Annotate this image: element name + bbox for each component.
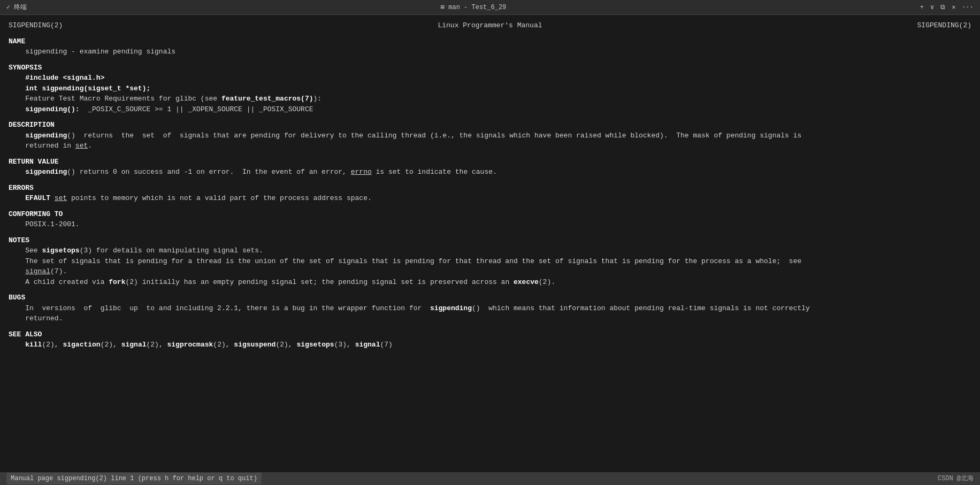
header-center: Linux Programmer's Manual xyxy=(438,20,542,31)
status-attribution: CSDN @北海 xyxy=(938,474,974,483)
synopsis-section: SYNOPSIS #include <signal.h> int sigpend… xyxy=(9,63,971,115)
man-page-header: SIGPENDING(2) Linux Programmer's Manual … xyxy=(9,20,971,31)
errors-section: ERRORS EFAULT set points to memory which… xyxy=(9,183,971,204)
notes-heading: NOTES xyxy=(9,235,971,246)
notes-content-2: The set of signals that is pending for a… xyxy=(9,256,971,277)
efault-content: EFAULT set points to memory which is not… xyxy=(9,193,971,204)
description-content: sigpending() returns the set of signals … xyxy=(9,130,971,151)
terminal-icon: ⊞ xyxy=(441,4,448,11)
function-line: int sigpending(sigset_t *set); xyxy=(9,83,971,94)
macro-line: sigpending(): _POSIX_C_SOURCE >= 1 || _X… xyxy=(9,104,971,115)
return-value-section: RETURN VALUE sigpending() returns 0 on s… xyxy=(9,157,971,178)
return-value-content: sigpending() returns 0 on success and -1… xyxy=(9,167,971,178)
app-label: ✓ 终端 xyxy=(6,3,27,12)
header-left: SIGPENDING(2) xyxy=(9,20,63,31)
status-bar: Manual page sigpending(2) line 1 (press … xyxy=(0,472,980,485)
conforming-heading: CONFORMING TO xyxy=(9,209,971,220)
name-heading: NAME xyxy=(9,36,971,47)
name-content: sigpending - examine pending signals xyxy=(9,47,971,57)
chevron-down-icon[interactable]: ∨ xyxy=(930,3,934,12)
more-options-icon[interactable]: ··· xyxy=(962,3,974,12)
include-line: #include <signal.h> xyxy=(9,73,971,83)
check-icon: ✓ xyxy=(6,4,14,11)
title-bar: ✓ 终端 ⊞ man - Test_6_29 + ∨ ⧉ ✕ ··· xyxy=(0,0,980,15)
notes-section: NOTES See sigsetops(3) for details on ma… xyxy=(9,235,971,288)
notes-content-3: A child created via fork(2) initially ha… xyxy=(9,277,971,288)
see-also-section: SEE ALSO kill(2), sigaction(2), signal(2… xyxy=(9,329,971,350)
close-button[interactable]: ✕ xyxy=(952,3,955,12)
see-also-content: kill(2), sigaction(2), signal(2), sigpro… xyxy=(9,340,971,350)
conforming-content: POSIX.1-2001. xyxy=(9,219,971,230)
header-right: SIGPENDING(2) xyxy=(917,20,971,31)
add-tab-button[interactable]: + xyxy=(920,3,924,12)
bugs-section: BUGS In versions of glibc up to and incl… xyxy=(9,292,971,324)
bugs-content: In versions of glibc up to and including… xyxy=(9,303,971,324)
feature-line: Feature Test Macro Requirements for glib… xyxy=(9,94,971,104)
synopsis-heading: SYNOPSIS xyxy=(9,63,971,73)
man-page-content: SIGPENDING(2) Linux Programmer's Manual … xyxy=(0,15,980,472)
split-pane-icon[interactable]: ⧉ xyxy=(940,3,945,12)
bugs-heading: BUGS xyxy=(9,292,971,303)
see-also-heading: SEE ALSO xyxy=(9,329,971,340)
notes-content-1: See sigsetops(3) for details on manipula… xyxy=(9,245,971,256)
errors-heading: ERRORS xyxy=(9,183,971,194)
name-section: NAME sigpending - examine pending signal… xyxy=(9,36,971,57)
title-bar-controls: + ∨ ⧉ ✕ ··· xyxy=(920,3,974,12)
return-value-heading: RETURN VALUE xyxy=(9,157,971,167)
status-message: Manual page sigpending(2) line 1 (press … xyxy=(6,473,262,484)
conforming-section: CONFORMING TO POSIX.1-2001. xyxy=(9,209,971,230)
window-title: ⊞ man - Test_6_29 xyxy=(441,3,506,12)
description-heading: DESCRIPTION xyxy=(9,120,971,130)
description-section: DESCRIPTION sigpending() returns the set… xyxy=(9,120,971,151)
